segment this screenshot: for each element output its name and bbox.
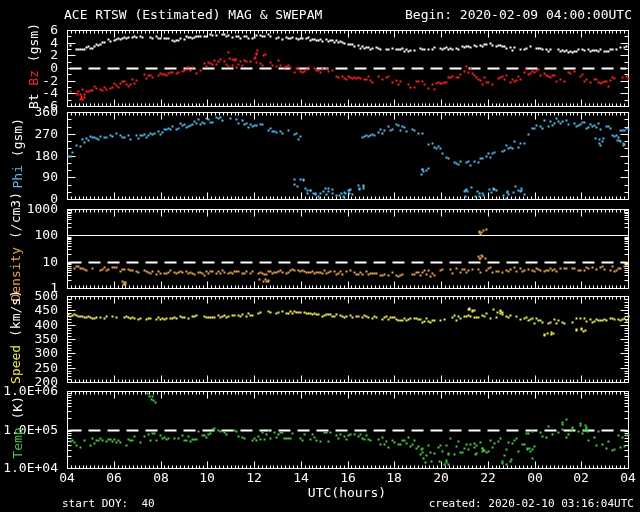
x-tick-label: 20 [428,471,454,485]
x-tick-label: 02 [568,471,594,485]
panel-ylabel-part: (gsm) [26,23,41,70]
plot-title: ACE RTSW (Estimated) MAG & SWEPAM [64,7,322,22]
ace-rtsw-plot: ACE RTSW (Estimated) MAG & SWEPAM Begin:… [0,0,640,512]
panel-ylabel: Density (/cm3) [8,192,23,302]
x-tick-label: 12 [241,471,267,485]
y-tick-label: 360 [0,105,58,119]
y-tick-label: 1.0E+04 [0,461,58,475]
panel-ylabel-part: (/cm3) [8,192,23,247]
x-tick-label: 00 [522,471,548,485]
panel-ylabel-part: Temp [10,428,25,459]
x-tick-label: 06 [101,471,127,485]
x-tick-label: 18 [381,471,407,485]
panel-ylabel-part: (K) [10,396,25,427]
panel-ylabel-part: Bz [26,70,41,86]
x-tick-label: 04 [54,471,80,485]
created-timestamp: created: 2020-02-10 03:16:04UTC [429,497,634,510]
y-tick-label: 1.0E+05 [0,423,58,437]
y-tick-label: 1.0E+06 [0,384,58,398]
x-tick-label: 14 [288,471,314,485]
panel-ylabel: Temp (K) [10,396,25,459]
x-tick-label: 22 [475,471,501,485]
panel-ylabel-part: Speed [8,344,23,383]
panel-ylabel-part: (km/s) [8,290,23,345]
x-tick-label: 10 [194,471,220,485]
y-tick-label: 270 [0,127,58,141]
panel-ylabel: Bt Bz (gsm) [26,23,41,109]
y-tick-label: 180 [0,149,58,163]
panel-ylabel: Speed (km/s) [8,290,23,384]
start-doy-label: start DOY: 40 [62,497,155,510]
x-tick-label: 16 [335,471,361,485]
x-tick-label: 08 [148,471,174,485]
begin-timestamp: Begin: 2020-02-09 04:00:00UTC [405,7,632,22]
panel-ylabel-part: (gsm) [10,118,25,165]
panel-ylabel-part: Phi [10,165,25,188]
panel-ylabel: Phi (gsm) [10,118,25,188]
y-tick-label: 90 [0,170,58,184]
x-tick-label: 04 [615,471,640,485]
x-axis-title: UTC(hours) [287,485,407,500]
chart-canvas [0,0,640,512]
